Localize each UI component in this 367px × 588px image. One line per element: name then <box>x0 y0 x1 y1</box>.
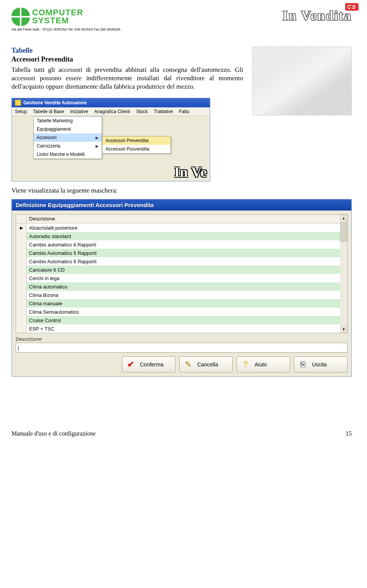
menu-item-tabelle[interactable]: Tabelle di Base <box>33 109 64 114</box>
chevron-right-icon: ▶ <box>96 144 99 148</box>
menu-item-iniziative[interactable]: Iniziative <box>70 109 88 114</box>
company-logo-icon <box>11 8 30 26</box>
uscita-button[interactable]: ⎘ Uscita <box>294 356 348 373</box>
background-watermark: In Ve <box>174 164 207 180</box>
form-screenshot: Definizione Equipaggiamenti Accessori Pr… <box>11 199 352 377</box>
company-address: Via del Fante 9a/b - 37122 VERONA Tel. 0… <box>11 28 120 31</box>
brand-badge: CS <box>345 3 359 11</box>
row-selector[interactable] <box>16 249 27 257</box>
dropdown-item-accessori[interactable]: Accessori▶ <box>34 133 102 142</box>
table-row[interactable]: ▶Alzacristalli posteriore <box>16 224 340 232</box>
row-descrizione[interactable]: Cambio automatico 4 Rapporti <box>27 242 340 248</box>
row-selector[interactable] <box>16 274 27 282</box>
submenu-item-posvendita[interactable]: Accessori Posvendita <box>102 145 171 153</box>
chevron-right-icon: ▶ <box>96 136 99 140</box>
table-row[interactable]: Cruise Control <box>16 316 340 324</box>
row-descrizione[interactable]: Cambio Automatico 6 Rapporti <box>27 259 340 264</box>
row-selector[interactable] <box>16 291 27 299</box>
help-icon: ? <box>240 359 251 370</box>
table-row[interactable]: Cambio Automatico 5 Rapporti <box>16 249 340 257</box>
dropdown-item-equip[interactable]: Equipaggiamenti <box>34 125 102 133</box>
table-row[interactable]: Cambio Automatico 6 Rapporti <box>16 257 340 266</box>
row-selector[interactable] <box>16 299 27 308</box>
menu-item-trattative[interactable]: Trattative <box>154 109 173 114</box>
row-descrizione[interactable]: Clima manuale <box>27 301 340 306</box>
row-descrizione[interactable]: Cerchi in lega <box>27 275 340 281</box>
menu-item-anagrafica[interactable]: Anagrafica Clienti <box>94 109 130 114</box>
decorative-image <box>252 47 352 115</box>
dropdown-menu[interactable]: Tabelle Marketing Equipaggiamenti Access… <box>33 116 102 159</box>
cancella-button[interactable]: ✎ Cancella <box>179 356 233 373</box>
table-row[interactable]: Cerchi in lega <box>16 274 340 282</box>
brand-logo: In Vendita CS <box>283 8 352 24</box>
dropdown-item-carrozzeria[interactable]: Carrozzeria▶ <box>34 142 102 150</box>
dropdown-item-marketing[interactable]: Tabelle Marketing <box>34 117 102 125</box>
row-selector[interactable] <box>16 240 27 249</box>
table-row[interactable]: Clima automatico <box>16 282 340 291</box>
row-descrizione[interactable]: ESP + TSC <box>27 326 340 332</box>
caption-text: Viene visualizzata la seguente maschera: <box>11 187 352 194</box>
row-selector[interactable]: ▶ <box>16 224 27 232</box>
company-name: COMPUTER SYSTEM <box>32 9 83 25</box>
row-selector[interactable] <box>16 257 27 266</box>
menu-item-setup[interactable]: Setup <box>15 109 27 114</box>
menu-screenshot: Gestione Vendite Autosalone Setup Tabell… <box>11 98 210 181</box>
data-grid[interactable]: Descrizione ▶Alzacristalli posterioreAut… <box>16 214 348 333</box>
row-selector[interactable] <box>16 308 27 316</box>
company-logo-block: COMPUTER SYSTEM Via del Fante 9a/b - 371… <box>11 8 120 31</box>
row-descrizione[interactable]: Autoradio standard <box>27 233 340 239</box>
exit-icon: ⎘ <box>297 359 308 370</box>
row-descrizione[interactable]: Caricatore 6 CD <box>27 267 340 273</box>
footer-page-number: 15 <box>346 430 352 437</box>
row-descrizione[interactable]: Alzacristalli posteriore <box>27 225 340 231</box>
row-descrizione[interactable]: Clima Bizona <box>27 292 340 298</box>
page-footer: Manuale d'uso e di configurazione 15 <box>11 430 352 437</box>
menu-item-fatture[interactable]: Fattu <box>179 109 189 114</box>
window-title: Gestione Vendite Autosalone <box>23 100 87 105</box>
row-descrizione[interactable]: Cambio Automatico 5 Rapporti <box>27 250 340 256</box>
table-row[interactable]: Autoradio standard <box>16 232 340 240</box>
table-row[interactable]: Clima Semiautomatico <box>16 308 340 316</box>
menu-item-stock[interactable]: Stock <box>136 109 148 114</box>
row-selector[interactable] <box>16 266 27 274</box>
table-row[interactable]: Caricatore 6 CD <box>16 266 340 274</box>
descrizione-label: Descrizione <box>16 336 348 342</box>
window-titlebar: Gestione Vendite Autosalone <box>12 98 210 107</box>
check-icon: ✔ <box>125 359 136 370</box>
row-selector[interactable] <box>16 324 27 333</box>
page-header: COMPUTER SYSTEM Via del Fante 9a/b - 371… <box>11 8 352 31</box>
scroll-down-button[interactable]: ▼ <box>340 326 347 333</box>
dropdown-item-listini[interactable]: Listini Marche e Modelli <box>34 150 102 159</box>
section-heading-1: Tabelle <box>11 47 243 55</box>
row-selector[interactable] <box>16 232 27 240</box>
grid-header-row: Descrizione <box>16 215 340 224</box>
table-row[interactable]: Clima Bizona <box>16 291 340 299</box>
footer-left: Manuale d'uso e di configurazione <box>11 430 96 437</box>
row-selector[interactable] <box>16 316 27 324</box>
scroll-thumb[interactable] <box>340 222 347 241</box>
row-selector[interactable] <box>16 282 27 291</box>
table-row[interactable]: Cambio automatico 4 Rapporti <box>16 240 340 249</box>
table-row[interactable]: Clima manuale <box>16 299 340 308</box>
row-descrizione[interactable]: Clima automatico <box>27 284 340 290</box>
submenu-item-prevendita[interactable]: Accessori Prevendita <box>102 136 171 145</box>
pencil-icon: ✎ <box>183 359 193 370</box>
submenu[interactable]: Accessori Prevendita Accessori Posvendit… <box>102 136 171 154</box>
row-descrizione[interactable]: Clima Semiautomatico <box>27 309 340 315</box>
form-titlebar: Definizione Equipaggiamenti Accessori Pr… <box>12 199 351 211</box>
row-descrizione[interactable]: Cruise Control <box>27 317 340 323</box>
grid-header-descrizione[interactable]: Descrizione <box>27 215 340 223</box>
table-row[interactable]: ESP + TSC <box>16 324 340 333</box>
aiuto-button[interactable]: ? Aiuto <box>237 356 290 373</box>
window-icon <box>15 100 21 106</box>
descrizione-input[interactable] <box>16 343 348 353</box>
section-paragraph: Tabella tutti gli accessori di prevendit… <box>11 66 243 91</box>
section-heading-2: Accessori Prevendita <box>11 55 243 63</box>
menu-bar[interactable]: Setup Tabelle di Base Iniziative Anagraf… <box>12 107 210 116</box>
vertical-scrollbar[interactable]: ▲ ▼ <box>340 215 347 333</box>
conferma-button[interactable]: ✔ Conferma <box>122 356 175 373</box>
scroll-up-button[interactable]: ▲ <box>340 215 347 222</box>
